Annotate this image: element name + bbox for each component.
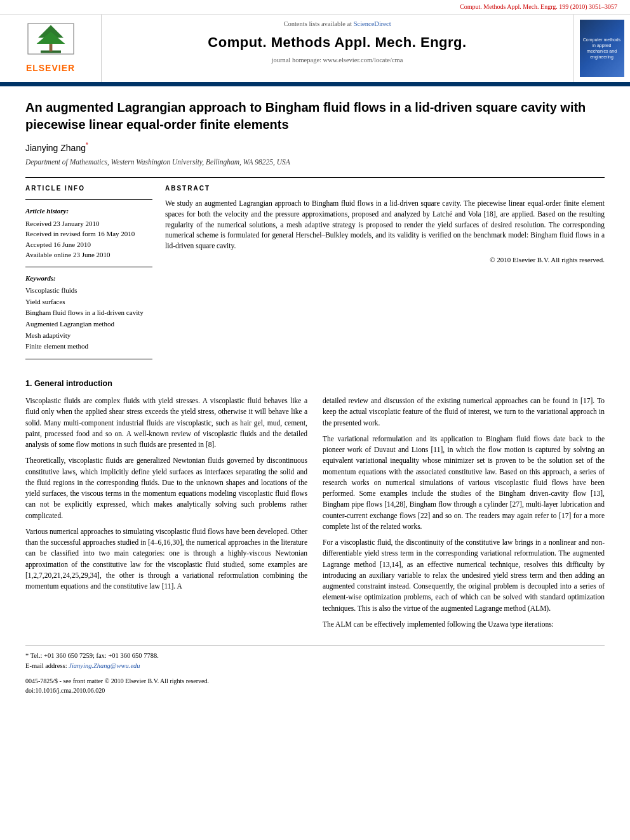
footnote-email: E-mail address: Jianying.Zhang@wwu.edu [25,661,605,671]
revised-date: Received in revised form 16 May 2010 [25,229,152,239]
sciencedirect-link[interactable]: ScienceDirect [354,20,391,27]
journal-title: Comput. Methods Appl. Mech. Engrg. [114,33,560,53]
journal-header: ELSEVIER Contents lists available at Sci… [0,15,630,84]
body-para-6: For a viscoplastic fluid, the discontinu… [323,537,605,614]
footnote-section: * Tel.: +01 360 650 7259; fax: +01 360 6… [25,645,605,695]
email-label: E-mail address: [25,662,67,669]
keyword-5: Mesh adaptivity [25,330,152,342]
article-info-title: ARTICLE INFO [25,184,152,193]
received-date: Received 23 January 2010 [25,218,152,229]
available-date: Available online 23 June 2010 [25,250,152,260]
doi-line: doi:10.1016/j.cma.2010.06.020 [25,686,605,695]
author-affiliation: Department of Mathematics, Western Washi… [25,157,605,167]
keywords-divider [25,267,152,267]
journal-header-center: Contents lists available at ScienceDirec… [102,15,573,82]
body-two-col: Viscoplastic fluids are complex fluids w… [25,396,605,635]
abstract-copyright: © 2010 Elsevier B.V. All rights reserved… [165,255,605,265]
body-para-3: Various numerical approaches to simulati… [25,526,307,592]
article-title: An augmented Lagrangian approach to Bing… [25,99,605,133]
body-para-2: Theoretically, viscoplastic fluids are g… [25,455,307,521]
email-address: Jianying.Zhang@wwu.edu [69,662,140,669]
contents-available-line: Contents lists available at ScienceDirec… [114,20,560,29]
homepage-text: journal homepage: www.elsevier.com/locat… [272,57,403,63]
keyword-3: Bingham fluid flows in a lid-driven cavi… [25,307,152,319]
elsevier-logo-section: ELSEVIER [0,15,102,82]
body-para-7: The ALM can be effectively implemented f… [323,619,605,630]
bottom-info-divider [25,359,152,359]
author-sup: * [86,142,88,149]
article-info-col: ARTICLE INFO Article history: Received 2… [25,184,152,365]
body-para-4: detailed review and discussion of the ex… [323,396,605,429]
body-left-col: Viscoplastic fluids are complex fluids w… [25,396,307,635]
contents-text: Contents lists available at [283,20,352,27]
keyword-2: Yield surfaces [25,297,152,308]
article-dates: Received 23 January 2010 Received in rev… [25,218,152,260]
citation-text: Comput. Methods Appl. Mech. Engrg. 199 (… [460,3,617,10]
keyword-4: Augmented Lagrangian method [25,319,152,330]
copyright-line: 0045-7825/$ - see front matter © 2010 El… [25,676,605,686]
info-abstract-section: ARTICLE INFO Article history: Received 2… [25,184,605,365]
journal-thumb-text: Computer methods in applied mechanics an… [583,37,621,60]
info-divider [25,199,152,200]
keyword-6: Finite element method [25,341,152,352]
body-content: 1. General introduction Viscoplastic flu… [25,378,605,636]
abstract-title: ABSTRACT [165,184,605,193]
body-para-5: The variational reformulation and its ap… [323,434,605,532]
keywords-list: Viscoplastic fluids Yield surfaces Bingh… [25,285,152,352]
svg-rect-1 [49,44,52,51]
keywords-label: Keywords: [25,274,152,283]
footnote-star: * Tel.: +01 360 650 7259; fax: +01 360 6… [25,651,605,661]
elsevier-logo: ELSEVIER [25,22,76,75]
elsevier-tree-icon [25,22,76,57]
author-name: Jianying Zhang [25,143,86,153]
author-line: Jianying Zhang* [25,141,605,154]
abstract-text: We study an augmented Lagrangian approac… [165,198,605,251]
section1-heading: 1. General introduction [25,378,605,390]
top-section-divider [25,177,605,178]
journal-thumbnail: Computer methods in applied mechanics an… [580,20,624,77]
body-para-1: Viscoplastic fluids are complex fluids w… [25,396,307,450]
keyword-1: Viscoplastic fluids [25,285,152,297]
homepage-line: journal homepage: www.elsevier.com/locat… [114,56,560,65]
elsevier-brand-text: ELSEVIER [25,62,76,75]
journal-thumbnail-section: Computer methods in applied mechanics an… [573,15,630,82]
accepted-date: Accepted 16 June 2010 [25,239,152,250]
top-bar: Comput. Methods Appl. Mech. Engrg. 199 (… [0,0,630,15]
main-content: An augmented Lagrangian approach to Bing… [0,86,630,708]
body-right-col: detailed review and discussion of the ex… [323,396,605,635]
history-label: Article history: [25,206,152,216]
abstract-col: ABSTRACT We study an augmented Lagrangia… [165,184,605,365]
